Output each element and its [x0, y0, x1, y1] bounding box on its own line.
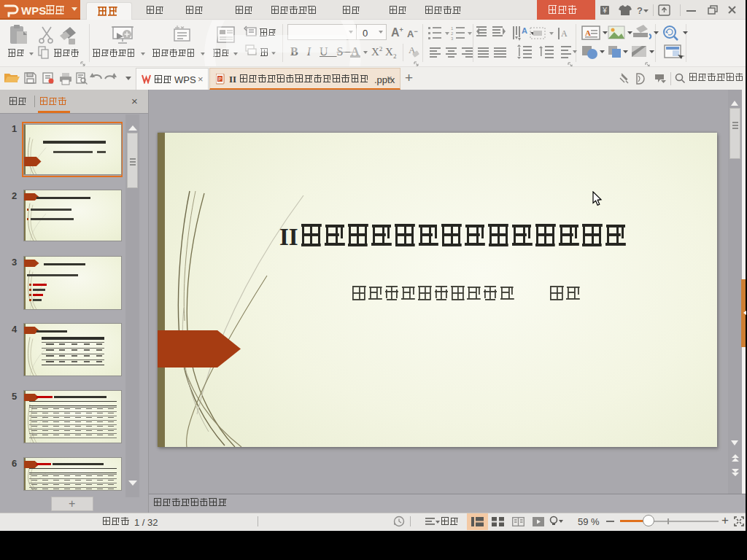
svg-text:A: A [585, 28, 591, 37]
svg-text:1: 1 [451, 26, 454, 31]
svg-text:¥: ¥ [602, 7, 607, 15]
svg-text:P: P [218, 77, 222, 82]
svg-text:A: A [522, 26, 527, 35]
svg-text:?: ? [637, 5, 643, 16]
svg-text:3: 3 [451, 36, 454, 41]
svg-text:2: 2 [451, 31, 454, 36]
svg-text:A: A [561, 28, 568, 39]
